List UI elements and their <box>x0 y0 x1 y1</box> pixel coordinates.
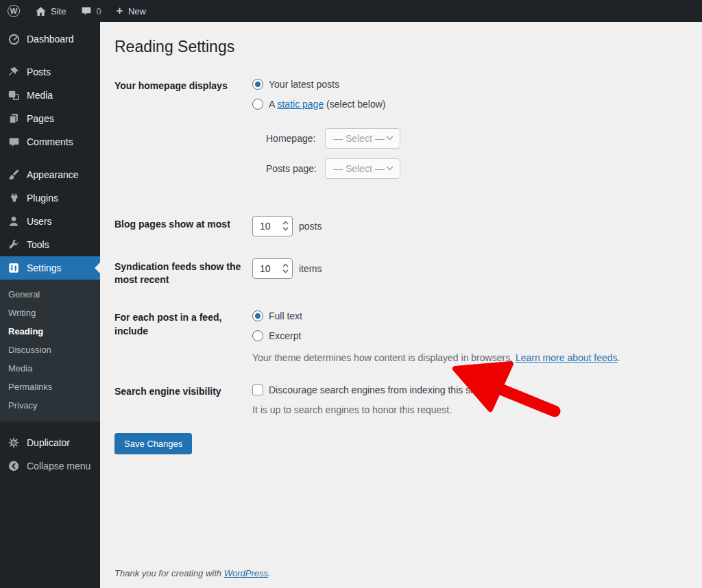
posts-page-select-row: Posts page: — Select — <box>266 158 688 179</box>
admin-bar-site-link[interactable]: Site <box>27 0 73 22</box>
static-page-radio[interactable] <box>252 99 263 110</box>
sidebar-item-label: Duplicator <box>27 437 70 448</box>
wordpress-logo-icon: W <box>8 5 20 17</box>
sidebar-item-pages[interactable]: Pages <box>0 107 100 130</box>
chevron-down-icon <box>386 136 394 140</box>
submenu-item-reading[interactable]: Reading <box>0 322 100 341</box>
wordpress-footer-link[interactable]: WordPress <box>224 568 268 578</box>
homepage-select[interactable]: — Select — <box>325 128 400 149</box>
tools-icon <box>7 238 21 252</box>
sidebar-item-label: Settings <box>27 262 62 273</box>
sidebar-item-plugins[interactable]: Plugins <box>0 186 100 210</box>
sidebar-item-label: Tools <box>27 239 49 250</box>
feed-content-label: For each post in a feed, include <box>114 309 252 365</box>
blog-pages-number-input[interactable]: 10 <box>252 216 293 236</box>
syndication-number-input[interactable]: 10 <box>252 258 293 279</box>
homepage-select-row: Homepage: — Select — <box>266 128 688 149</box>
sidebar-item-label: Users <box>27 216 52 227</box>
sidebar-item-label: Posts <box>27 66 51 77</box>
search-visibility-description: It is up to search engines to honor this… <box>252 403 688 417</box>
wordpress-admin: W Site 0 + New Dashboard <box>0 0 702 588</box>
sidebar-item-media[interactable]: Media <box>0 84 100 107</box>
blog-pages-value: 10 <box>260 221 271 232</box>
sidebar-item-label: Pages <box>27 113 54 124</box>
plus-icon: + <box>117 5 123 17</box>
latest-posts-radio[interactable] <box>252 79 263 90</box>
dashboard-icon <box>7 32 21 46</box>
homepage-displays-label: Your homepage displays <box>114 77 252 188</box>
discourage-indexing-checkbox[interactable] <box>252 384 263 395</box>
number-spinner[interactable] <box>282 263 289 273</box>
menu-separator <box>0 154 100 163</box>
sidebar-item-tools[interactable]: Tools <box>0 233 100 256</box>
settings-icon <box>7 261 21 275</box>
static-page-radio-option[interactable]: A static page (select below) <box>252 97 688 111</box>
admin-bar: W Site 0 + New <box>0 0 702 22</box>
submenu-item-discussion[interactable]: Discussion <box>0 341 100 359</box>
submenu-item-media[interactable]: Media <box>0 359 100 378</box>
pushpin-icon <box>7 65 21 79</box>
page-title: Reading Settings <box>114 31 688 60</box>
sidebar-item-users[interactable]: Users <box>0 210 100 233</box>
users-icon <box>7 215 21 228</box>
syndication-label: Syndication feeds show the most recent <box>114 258 252 287</box>
sidebar-item-comments[interactable]: Comments <box>0 130 100 154</box>
comments-icon <box>7 135 21 149</box>
submenu-item-privacy[interactable]: Privacy <box>0 396 100 415</box>
latest-posts-label: Your latest posts <box>269 77 339 91</box>
full-text-radio-option[interactable]: Full text <box>252 309 688 323</box>
sidebar-item-appearance[interactable]: Appearance <box>0 163 100 186</box>
blog-pages-unit: posts <box>299 221 322 232</box>
sidebar-item-label: Comments <box>27 136 73 147</box>
duplicator-gear-icon <box>7 436 21 450</box>
appearance-icon <box>7 168 21 182</box>
comment-icon <box>81 5 92 16</box>
latest-posts-radio-option[interactable]: Your latest posts <box>252 77 688 91</box>
discourage-indexing-option[interactable]: Discourage search engines from indexing … <box>252 383 688 397</box>
admin-bar-new[interactable]: + New <box>109 0 154 22</box>
excerpt-radio[interactable] <box>252 330 263 341</box>
wordpress-logo-menu[interactable]: W <box>0 0 27 22</box>
submenu-item-permalinks[interactable]: Permalinks <box>0 378 100 396</box>
feed-description: Your theme determines how content is dis… <box>252 351 688 365</box>
homepage-displays-row: Your homepage displays Your latest posts… <box>114 77 688 188</box>
syndication-row: Syndication feeds show the most recent 1… <box>114 258 688 287</box>
admin-bar-site-label: Site <box>51 6 66 16</box>
posts-page-select[interactable]: — Select — <box>325 158 400 179</box>
admin-sidebar: Dashboard Posts Media Pages <box>0 22 100 588</box>
submenu-item-writing[interactable]: Writing <box>0 304 100 322</box>
menu-separator <box>0 421 100 431</box>
number-spinner[interactable] <box>282 221 289 231</box>
submenu-item-general[interactable]: General <box>0 285 100 304</box>
static-page-selects: Homepage: — Select — Post <box>266 128 688 179</box>
full-text-radio[interactable] <box>252 310 263 321</box>
admin-bar-comments[interactable]: 0 <box>73 0 108 22</box>
static-page-link[interactable]: static page <box>277 99 324 110</box>
admin-footer: Thank you for creating with WordPress. <box>100 568 702 588</box>
syndication-unit: items <box>299 263 322 274</box>
chevron-down-icon <box>386 166 394 171</box>
feed-content-row: For each post in a feed, include Full te… <box>114 309 688 365</box>
blog-pages-label: Blog pages show at most <box>114 216 252 236</box>
admin-bar-new-label: New <box>128 6 146 16</box>
sidebar-item-dashboard[interactable]: Dashboard <box>0 27 100 51</box>
plugins-icon <box>7 191 21 205</box>
collapse-menu-button[interactable]: Collapse menu <box>0 454 100 478</box>
reading-settings-page: Reading Settings Your homepage displays … <box>100 22 702 568</box>
sidebar-item-settings[interactable]: Settings <box>0 256 100 280</box>
save-changes-button[interactable]: Save Changes <box>114 433 192 454</box>
blog-pages-row: Blog pages show at most 10 <box>114 216 688 236</box>
settings-submenu: General Writing Reading Discussion Media… <box>0 280 100 421</box>
pages-icon <box>7 112 21 125</box>
home-icon <box>35 5 47 17</box>
sidebar-item-duplicator[interactable]: Duplicator <box>0 431 100 454</box>
content-area: Reading Settings Your homepage displays … <box>100 22 702 588</box>
comments-count: 0 <box>96 6 101 16</box>
homepage-select-label: Homepage: <box>266 133 325 144</box>
sidebar-item-posts[interactable]: Posts <box>0 60 100 84</box>
syndication-value: 10 <box>260 263 271 274</box>
excerpt-radio-option[interactable]: Excerpt <box>252 329 688 343</box>
posts-page-select-value: — Select — <box>333 163 385 174</box>
learn-more-feeds-link[interactable]: Learn more about feeds <box>516 352 618 363</box>
excerpt-label: Excerpt <box>269 329 301 343</box>
